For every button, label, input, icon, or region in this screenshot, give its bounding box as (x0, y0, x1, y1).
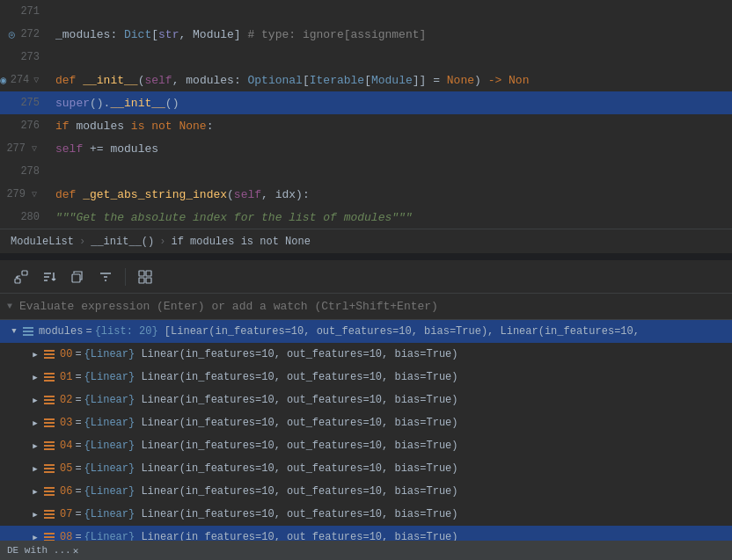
tree-toggle-04[interactable]: ▶ (28, 439, 42, 453)
collapse-eval-arrow[interactable]: ▼ (7, 302, 12, 311)
line-number-280: 280 (0, 211, 48, 223)
var-type-modules: {list: 20} (95, 325, 158, 338)
var-idx-03: 03 (60, 417, 72, 429)
code-token: += modules (83, 142, 158, 156)
var-type-01: {Linear} (84, 371, 135, 383)
code-token: str (158, 28, 179, 41)
code-token: , idx): (261, 188, 310, 201)
collapse-arrow-277[interactable]: ▽ (29, 143, 40, 154)
sort-icon (42, 270, 56, 284)
tree-item-modules-root[interactable]: ▼ modules = {list: 20} [Linear(in_featur… (0, 320, 732, 343)
tree-toggle-modules[interactable]: ▼ (7, 324, 21, 338)
breadcrumb-item-if[interactable]: if modules is not None (171, 236, 310, 248)
code-token: if (55, 120, 76, 133)
svg-rect-38 (44, 533, 55, 535)
var-idx-02: 02 (60, 394, 72, 406)
line-content-274: def __init__(self, modules: Optional[Ite… (48, 74, 529, 87)
code-line-272: ◎ 272 _modules: Dict[str, Module] # type… (0, 23, 732, 46)
var-type-07: {Linear} (84, 508, 135, 520)
grid-icon (138, 270, 152, 284)
line-number-275: 275 (0, 97, 48, 109)
var-eq: = (75, 485, 81, 498)
evaluate-row: ▼ (0, 294, 732, 320)
var-eq: = (75, 394, 81, 406)
tree-toggle-01[interactable]: ▶ (28, 370, 42, 384)
copy-button[interactable] (65, 265, 90, 289)
breadcrumb-item-init[interactable]: __init__() (91, 236, 154, 248)
tree-toggle-05[interactable]: ▶ (28, 462, 42, 476)
tree-item-02[interactable]: ▶ 02 = {Linear} Linear(in_features=10, o… (0, 389, 732, 411)
code-token: (). (90, 97, 110, 110)
copy-icon (70, 270, 84, 284)
var-value-07: Linear(in_features=10, out_features=10, … (135, 508, 458, 520)
tree-toggle-00[interactable]: ▶ (28, 347, 42, 361)
code-token: super (55, 97, 90, 110)
line-num-text: 274 (11, 74, 30, 86)
code-line-274: ◉ 274 ▽ def __init__(self, modules: Opti… (0, 69, 732, 91)
tree-item-01[interactable]: ▶ 01 = {Linear} Linear(in_features=10, o… (0, 366, 732, 389)
collapse-arrow-279[interactable]: ▽ (29, 189, 40, 200)
restore-layout-button[interactable] (9, 265, 33, 289)
tree-toggle-03[interactable]: ▶ (28, 416, 42, 430)
list-icon-07 (42, 507, 56, 521)
tree-item-07[interactable]: ▶ 07 = {Linear} Linear(in_features=10, o… (0, 503, 732, 526)
list-icon-modules (21, 324, 35, 338)
code-token: ]] = (413, 74, 447, 87)
status-text: DE with ... (7, 545, 71, 556)
svg-rect-25 (44, 425, 55, 427)
var-value-03: Linear(in_features=10, out_features=10, … (135, 417, 458, 429)
tree-item-04[interactable]: ▶ 04 = {Linear} Linear(in_features=10, o… (0, 434, 732, 457)
svg-rect-10 (146, 278, 151, 283)
var-eq: = (75, 371, 81, 383)
code-token: Non (509, 74, 529, 87)
svg-rect-35 (44, 510, 55, 512)
breadcrumb-separator-1: › (79, 236, 85, 248)
list-icon-06 (42, 484, 56, 498)
status-close-button[interactable]: ✕ (73, 545, 79, 556)
var-idx-04: 04 (60, 440, 72, 452)
code-editor: 271 ◎ 272 _modules: Dict[str, Module] # … (0, 0, 732, 229)
var-value-00: Linear(in_features=10, out_features=10, … (135, 348, 458, 360)
var-type-06: {Linear} (84, 485, 135, 498)
code-token: , modules: (172, 74, 248, 87)
svg-rect-32 (44, 487, 55, 489)
code-token: -> (488, 74, 509, 87)
grid-view-button[interactable] (133, 265, 157, 289)
line-content-272: _modules: Dict[str, Module] # type: igno… (48, 28, 426, 41)
filter-button[interactable] (93, 265, 118, 289)
svg-rect-17 (44, 373, 55, 375)
code-token: None (179, 120, 206, 133)
code-token: # type: ignore[assignment] (247, 28, 426, 41)
var-idx-07: 07 (60, 508, 72, 520)
var-value-01: Linear(in_features=10, out_features=10, … (135, 371, 458, 383)
list-icon-03 (42, 416, 56, 430)
svg-rect-29 (44, 464, 55, 466)
code-token: self (234, 188, 261, 201)
code-token: : (207, 120, 214, 133)
modules-list-icon (22, 325, 34, 338)
var-type-00: {Linear} (84, 348, 135, 360)
restore-layout-icon (14, 270, 28, 284)
panel-divider (0, 253, 732, 260)
tree-item-00[interactable]: ▶ 00 = {Linear} Linear(in_features=10, o… (0, 343, 732, 366)
tree-toggle-07[interactable]: ▶ (28, 507, 42, 521)
svg-rect-37 (44, 517, 55, 519)
var-value-05: Linear(in_features=10, out_features=10, … (135, 462, 458, 475)
line-content-279: def _get_abs_string_index(self, idx): (48, 188, 310, 201)
svg-rect-36 (44, 513, 55, 515)
list-icon-02 (42, 393, 56, 407)
breadcrumb-item-modulelist[interactable]: ModuleList (11, 236, 74, 248)
var-idx-00: 00 (60, 348, 72, 360)
tree-item-03[interactable]: ▶ 03 = {Linear} Linear(in_features=10, o… (0, 411, 732, 434)
code-token: Module (371, 74, 413, 87)
collapse-arrow-274[interactable]: ▽ (33, 75, 40, 85)
evaluate-input[interactable] (19, 300, 725, 313)
breadcrumb-separator-2: › (159, 236, 165, 248)
sort-button[interactable] (37, 265, 62, 289)
tree-item-06[interactable]: ▶ 06 = {Linear} Linear(in_features=10, o… (0, 480, 732, 503)
tree-item-05[interactable]: ▶ 05 = {Linear} Linear(in_features=10, o… (0, 457, 732, 480)
tree-toggle-06[interactable]: ▶ (28, 484, 42, 498)
tree-toggle-02[interactable]: ▶ (28, 393, 42, 407)
line-content-276: if modules is not None: (48, 120, 213, 133)
line-number-273: 273 (0, 51, 48, 63)
